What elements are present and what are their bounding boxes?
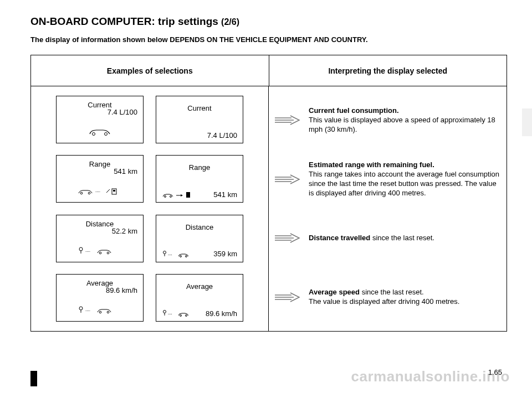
box-label: Current [162, 104, 237, 112]
box-value: 541 km [62, 167, 137, 175]
svg-point-24 [180, 315, 182, 317]
header-left: Examples of selections [31, 55, 269, 86]
box-label: Average [162, 282, 237, 291]
desc-bold: Average speed [309, 288, 362, 296]
svg-point-8 [170, 196, 172, 198]
pin-car-icon: ···· [162, 309, 195, 318]
side-tab [522, 108, 532, 136]
display-box-a: Range 541 km ···· [56, 155, 144, 203]
car-to-pump-icon: ···· [62, 183, 137, 199]
svg-text:····: ···· [85, 308, 90, 313]
desc-text: since the last reset. [372, 234, 434, 242]
svg-text:····: ···· [85, 249, 90, 254]
pin-to-car-icon: ···· [62, 243, 137, 258]
car-icon [62, 124, 137, 139]
svg-point-2 [80, 192, 83, 194]
svg-text:····: ···· [168, 253, 172, 257]
description: Distance travelled since the last reset. [309, 234, 434, 243]
display-box-a: Distance 52.2 km ···· [56, 215, 144, 262]
desc-bold: Estimated range with remaining fuel. [309, 161, 434, 169]
display-box-a: Average 89.6 km/h ···· [56, 274, 144, 322]
box-label: Distance [162, 223, 237, 231]
box-value: 52.2 km [62, 227, 137, 235]
display-box-b: Range 541 km [156, 155, 243, 203]
title-sub: (2/6) [221, 17, 239, 27]
svg-point-20 [99, 311, 101, 313]
desc-line2: The value is displayed after driving 400… [309, 297, 459, 306]
pin-to-car-icon: ···· [62, 302, 137, 318]
desc-bold: Current fuel consumption. [309, 106, 399, 115]
display-box-b: Current 7.4 L/100 [156, 96, 243, 143]
notice-text: The display of information shown below D… [30, 35, 507, 44]
box-value: 89.6 km/h [62, 286, 137, 294]
example-row: Range 541 km ···· Range 541 km [39, 155, 260, 203]
title-main: ON-BOARD COMPUTER: trip settings [30, 15, 221, 27]
svg-text:····: ···· [168, 312, 172, 316]
svg-point-10 [79, 247, 83, 251]
main-table: Examples of selections Interpreting the … [30, 55, 507, 332]
interpretation-row: Distance travelled since the last reset. [272, 213, 501, 263]
svg-point-1 [105, 132, 108, 135]
box-value: 89.6 km/h [206, 309, 237, 318]
interpretation-row: Average speed since the last reset. The … [272, 272, 501, 323]
svg-point-14 [163, 251, 166, 254]
svg-point-25 [186, 315, 187, 317]
header-right: Interpreting the display selected [269, 55, 507, 86]
interpretation-row: Current fuel consumption. This value is … [272, 95, 501, 146]
example-row: Current 7.4 L/100 Current 7.4 L/100 [39, 96, 260, 143]
watermark: carmanualsonline.info [351, 368, 510, 385]
examples-column: Current 7.4 L/100 Current 7.4 L/100 [31, 86, 269, 331]
svg-rect-9 [186, 192, 190, 198]
arrow-icon [272, 232, 303, 244]
desc-text: This range takes into account the averag… [309, 170, 499, 197]
box-value: 359 km [213, 250, 237, 258]
svg-rect-6 [113, 190, 115, 192]
example-row: Distance 52.2 km ···· Distance ···· 359 … [39, 215, 260, 262]
interpretation-row: Estimated range with remaining fuel. Thi… [272, 154, 501, 205]
example-row: Average 89.6 km/h ···· Average ···· 89.6… [39, 274, 260, 322]
desc-text: This value is displayed above a speed of… [309, 116, 495, 133]
svg-point-17 [186, 255, 187, 257]
pin-car-icon: ···· [162, 250, 195, 258]
svg-point-22 [163, 311, 166, 313]
svg-point-16 [180, 255, 182, 257]
svg-point-0 [93, 132, 95, 135]
svg-point-18 [79, 307, 83, 310]
interpretation-column: Current fuel consumption. This value is … [269, 86, 507, 331]
car-pump-icon [162, 190, 201, 199]
table-header-row: Examples of selections Interpreting the … [31, 55, 507, 86]
description: Estimated range with remaining fuel. Thi… [309, 161, 501, 198]
box-value: 7.4 L/100 [207, 131, 237, 139]
table-body: Current 7.4 L/100 Current 7.4 L/100 [31, 86, 507, 331]
desc-bold: Distance travelled [309, 234, 372, 242]
arrow-icon [272, 114, 303, 126]
description: Average speed since the last reset. The … [309, 288, 459, 307]
svg-point-12 [99, 252, 101, 254]
display-box-b: Distance ···· 359 km [156, 215, 243, 262]
display-box-b: Average ···· 89.6 km/h [156, 274, 243, 322]
svg-text:····: ···· [95, 189, 100, 194]
box-label: Range [162, 163, 237, 172]
svg-point-13 [107, 252, 109, 254]
arrow-icon [272, 291, 303, 303]
arrow-icon [272, 173, 303, 185]
corner-tab [30, 371, 37, 386]
svg-point-3 [88, 192, 90, 194]
desc-text: since the last reset. [362, 288, 424, 296]
description: Current fuel consumption. This value is … [309, 106, 501, 135]
manual-page: ON-BOARD COMPUTER: trip settings (2/6) T… [0, 0, 532, 332]
box-value: 7.4 L/100 [62, 108, 137, 116]
svg-point-7 [165, 196, 166, 198]
page-title: ON-BOARD COMPUTER: trip settings (2/6) [30, 15, 507, 28]
svg-point-21 [107, 311, 109, 313]
box-value: 541 km [213, 190, 237, 199]
display-box-a: Current 7.4 L/100 [56, 96, 144, 143]
